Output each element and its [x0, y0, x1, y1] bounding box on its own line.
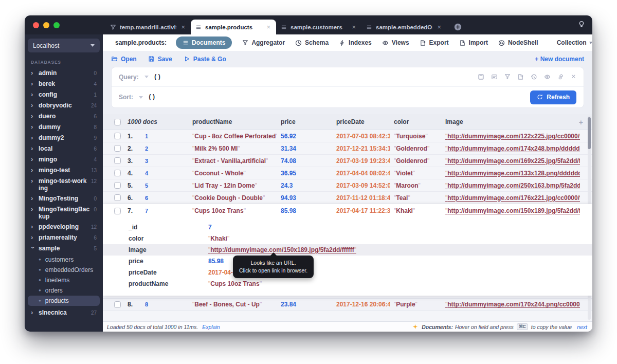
save-button[interactable]: Save	[148, 56, 172, 63]
scrollbar-thumb[interactable]	[588, 117, 591, 149]
image-url-value[interactable]: http://dummyimage.com/250x163.bmp/5fa2dd…	[445, 182, 580, 189]
link-icon[interactable]	[557, 74, 564, 80]
row-checkbox[interactable]	[114, 182, 121, 189]
sidebar-collection-embeddedOrders[interactable]: ● embeddedOrders	[28, 265, 100, 275]
sidebar-db-priamereality[interactable]: › priamereality 6	[28, 232, 100, 243]
mode-views-button[interactable]: Views	[382, 39, 409, 46]
open-button[interactable]: Open	[111, 56, 137, 63]
close-window-button[interactable]	[33, 22, 39, 28]
list-icon[interactable]	[491, 74, 498, 80]
table-row[interactable]: 4. 4 Coconut - Whole36.952017-04-04 08:0…	[103, 167, 592, 179]
close-icon[interactable]: ×	[180, 23, 186, 31]
close-icon[interactable]: ×	[436, 23, 442, 31]
mode-import-button[interactable]: Import	[459, 39, 488, 46]
sidebar-db-sample[interactable]: › sample 5	[28, 243, 100, 254]
history-icon[interactable]	[531, 74, 537, 80]
mode-nodeshell-button[interactable]: NodeShell	[498, 39, 538, 46]
explain-link[interactable]: Explain	[202, 324, 220, 330]
sidebar-db-MingoTesting[interactable]: › MingoTesting 0	[28, 193, 100, 204]
table-row[interactable]: 3. 3 Extract - Vanilla,artificial74.0820…	[103, 155, 592, 167]
row-checkbox[interactable]	[114, 145, 121, 152]
new-document-button[interactable]: + New document	[535, 56, 584, 63]
sidebar-collection-lineitems[interactable]: ● lineitems	[28, 275, 100, 285]
row-checkbox[interactable]	[114, 208, 121, 214]
mode-schema-button[interactable]: Schema	[295, 39, 329, 46]
close-icon[interactable]	[571, 74, 576, 80]
mode-documents-button[interactable]: Documents	[176, 37, 232, 49]
image-url-value[interactable]: http://dummyimage.com/176x221.jpg/cc0000…	[445, 194, 580, 202]
lightbulb-icon[interactable]	[578, 21, 585, 28]
column-header-priceDate[interactable]: priceDate	[336, 118, 390, 125]
mode-indexes-button[interactable]: Indexes	[339, 39, 372, 46]
connection-select[interactable]: Localhost	[28, 39, 100, 52]
query-input[interactable]: ()	[154, 74, 161, 81]
sidebar-db-berek[interactable]: › berek 4	[28, 79, 100, 89]
calculator-icon[interactable]	[478, 74, 484, 80]
image-url-link[interactable]: http://dummyimage.com/150x189.jpg/5fa2dd…	[208, 246, 356, 253]
detail-field-priceDate[interactable]: priceDate 2017-04-17 11:22:34	[103, 267, 592, 278]
sidebar-db-dobryvodic[interactable]: › dobryvodic 24	[28, 100, 100, 111]
sidebar-db-MingoTestingBackup[interactable]: › MingoTestingBackup 0	[28, 204, 100, 222]
sidebar-collection-orders[interactable]: ● orders	[28, 285, 100, 296]
detail-field-price[interactable]: price 85.98	[103, 256, 592, 267]
tab-temp.mandrill-activity[interactable]: temp.mandrill-activity ×	[105, 20, 191, 34]
sidebar-db-admin[interactable]: › admin 0	[28, 68, 100, 79]
mode-export-button[interactable]: Export	[420, 39, 449, 46]
sort-type-dropdown[interactable]: Sort:	[119, 94, 143, 101]
column-header-productName[interactable]: productName	[192, 118, 277, 125]
column-header-Image[interactable]: Image	[445, 118, 580, 125]
table-row[interactable]: 6. 6 Cookie Dough - Double94.932017-11-1…	[103, 192, 592, 204]
row-checkbox[interactable]	[114, 301, 121, 308]
column-header-color[interactable]: color	[394, 118, 441, 125]
new-tab-button[interactable]	[454, 23, 462, 31]
row-checkbox[interactable]	[114, 194, 121, 201]
zoom-window-button[interactable]	[53, 22, 60, 28]
row-checkbox[interactable]	[114, 170, 121, 176]
sidebar-collection-products[interactable]: ● products	[28, 296, 100, 306]
image-url-value[interactable]: http://dummyimage.com/169x225.jpg/5fa2dd…	[445, 157, 580, 165]
sidebar-collection-customers[interactable]: ● customers	[28, 254, 100, 265]
select-all-checkbox[interactable]	[114, 119, 121, 125]
sidebar-db-config[interactable]: › config 1	[28, 89, 100, 100]
sidebar-db-duero[interactable]: › duero 6	[28, 111, 100, 122]
detail-field-color[interactable]: color Khaki	[103, 233, 592, 244]
detail-field-Image[interactable]: Image http://dummyimage.com/150x189.jpg/…	[103, 244, 592, 256]
image-url-value[interactable]: http://dummyimage.com/174x248.bmp/dddddd…	[445, 145, 580, 152]
sidebar-db-dummy2[interactable]: › dummy2 9	[28, 133, 100, 143]
tab-sample.customers[interactable]: sample.customers ×	[276, 20, 361, 34]
mode-aggregator-button[interactable]: Aggregator	[242, 39, 285, 46]
table-row[interactable]: 2. 2 Milk 2% 500 Ml31.342017-12-21 15:34…	[103, 142, 592, 155]
sort-input[interactable]: ()	[148, 94, 155, 101]
table-row[interactable]: 7. 7 Cups 10oz Trans85.982017-04-17 11:2…	[103, 204, 592, 217]
close-icon[interactable]: ×	[265, 23, 271, 31]
table-row[interactable]: 5. 5 Lid Tray - 12in Dome24.32017-03-09 …	[103, 179, 592, 192]
sidebar-db-mingo[interactable]: › mingo 4	[28, 154, 100, 165]
eye-icon[interactable]	[544, 74, 551, 80]
image-url-value[interactable]: http://dummyimage.com/150x189.jpg/5fa2dd…	[445, 207, 580, 214]
add-column-icon[interactable]: +	[579, 118, 583, 126]
paste-and-go-button[interactable]: Paste & Go	[184, 56, 226, 63]
next-tip-link[interactable]: next	[577, 324, 587, 330]
minimize-window-button[interactable]	[43, 22, 49, 28]
collection-dropdown[interactable]: Collection	[557, 39, 592, 46]
image-url-value[interactable]: http://dummyimage.com/170x244.png/cc0000…	[445, 301, 580, 308]
sidebar-db-ppdeveloping[interactable]: › ppdeveloping 12	[28, 222, 100, 232]
tab-sample.embeddedOrders[interactable]: sample.embeddedOrders ×	[361, 20, 447, 34]
detail-field-productName[interactable]: productName Cups 10oz Trans	[103, 278, 592, 289]
tab-sample.products[interactable]: sample.products ×	[191, 20, 276, 34]
detail-field-_id[interactable]: _id 7	[103, 222, 592, 233]
sidebar-db-slnecnica[interactable]: › slnecnica 27	[28, 307, 100, 318]
sidebar-db-mingo-test[interactable]: › mingo-test 13	[28, 165, 100, 176]
sidebar-db-mingo-test-working[interactable]: › mingo-test-working 12	[28, 176, 100, 193]
sidebar-db-dummy[interactable]: › dummy 8	[28, 122, 100, 133]
column-header-price[interactable]: price	[281, 118, 332, 125]
sidebar-db-local[interactable]: › local 6	[28, 143, 100, 154]
row-checkbox[interactable]	[114, 157, 121, 164]
export-icon[interactable]	[517, 74, 524, 80]
close-icon[interactable]: ×	[351, 23, 357, 31]
image-url-value[interactable]: http://dummyimage.com/133x128.png/dddddd…	[445, 170, 580, 177]
row-checkbox[interactable]	[114, 133, 121, 139]
image-url-value[interactable]: http://dummyimage.com/122x225.jpg/cc0000…	[445, 133, 580, 140]
refresh-button[interactable]: Refresh	[530, 90, 576, 104]
table-row[interactable]: 8. 8 Beef - Bones, Cut - Up23.842017-12-…	[103, 298, 592, 311]
